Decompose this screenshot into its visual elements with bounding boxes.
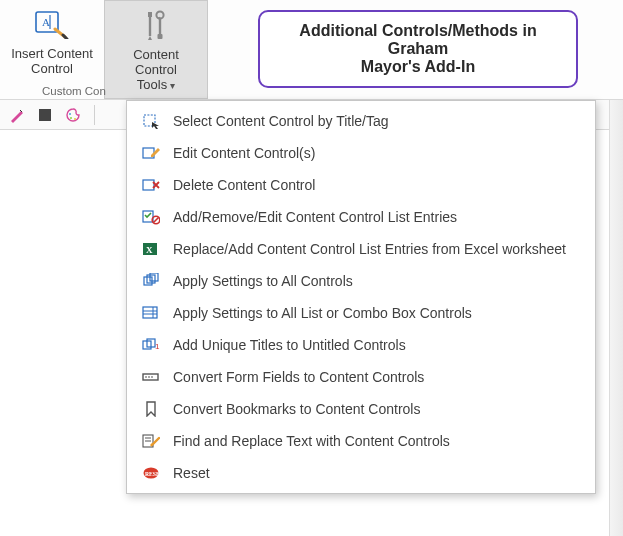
menu-item-unique-titles[interactable]: 1 Add Unique Titles to Untitled Controls (127, 329, 595, 361)
delete-icon (141, 175, 161, 195)
menu-item-convert-bookmarks[interactable]: Convert Bookmarks to Content Controls (127, 393, 595, 425)
svg-rect-3 (148, 12, 152, 17)
select-icon (141, 111, 161, 131)
ribbon-group-label: Custom Con (42, 85, 106, 97)
form-field-icon (141, 367, 161, 387)
svg-point-8 (69, 113, 71, 115)
menu-label: Replace/Add Content Control List Entries… (173, 241, 566, 257)
menu-item-reset[interactable]: RESET Reset (127, 457, 595, 489)
menu-item-convert-form-fields[interactable]: Convert Form Fields to Content Controls (127, 361, 595, 393)
svg-text:X: X (146, 245, 153, 255)
menu-label: Delete Content Control (173, 177, 315, 193)
callout-line1: Additional Controls/Methods in Graham (274, 22, 562, 58)
content-control-tools-button[interactable]: Content Control Tools▾ (104, 0, 208, 99)
svg-rect-29 (143, 374, 158, 380)
callout-line2: Mayor's Add-In (274, 58, 562, 76)
pen-icon[interactable] (8, 106, 26, 124)
menu-label: Select Content Control by Title/Tag (173, 113, 389, 129)
menu-item-apply-list-combo[interactable]: Apply Settings to All List or Combo Box … (127, 297, 595, 329)
find-replace-icon (141, 431, 161, 451)
separator (94, 105, 95, 125)
apply-all-icon (141, 271, 161, 291)
reset-icon: RESET (141, 463, 161, 483)
insert-content-control-label-1: Insert Content (11, 46, 93, 61)
menu-label: Apply Settings to All List or Combo Box … (173, 305, 472, 321)
menu-item-delete[interactable]: Delete Content Control (127, 169, 595, 201)
svg-text:A: A (42, 16, 50, 28)
menu-label: Find and Replace Text with Content Contr… (173, 433, 450, 449)
list-combo-icon (141, 303, 161, 323)
svg-rect-7 (39, 109, 51, 121)
svg-point-10 (74, 118, 76, 120)
svg-point-9 (70, 117, 72, 119)
menu-label: Edit Content Control(s) (173, 145, 315, 161)
menu-item-edit[interactable]: Edit Content Control(s) (127, 137, 595, 169)
content-control-tools-menu: Select Content Control by Title/Tag Edit… (126, 100, 596, 494)
svg-text:RESET: RESET (145, 471, 160, 477)
menu-item-list-entries[interactable]: Add/Remove/Edit Content Control List Ent… (127, 201, 595, 233)
unique-titles-icon: 1 (141, 335, 161, 355)
svg-rect-22 (143, 307, 157, 318)
menu-label: Apply Settings to All Controls (173, 273, 353, 289)
svg-rect-20 (147, 275, 155, 283)
menu-item-find-replace[interactable]: Find and Replace Text with Content Contr… (127, 425, 595, 457)
menu-label: Convert Form Fields to Content Controls (173, 369, 424, 385)
insert-content-control-label-2: Control (31, 61, 73, 76)
content-control-tools-icon (142, 7, 170, 43)
svg-rect-6 (158, 34, 163, 39)
chevron-down-icon: ▾ (170, 80, 175, 91)
insert-content-control-icon: A (35, 6, 69, 42)
bookmark-icon (141, 399, 161, 419)
menu-item-apply-all[interactable]: Apply Settings to All Controls (127, 265, 595, 297)
menu-item-select-by-title[interactable]: Select Content Control by Title/Tag (127, 105, 595, 137)
svg-rect-13 (143, 180, 154, 190)
edit-icon (141, 143, 161, 163)
excel-icon: X (141, 239, 161, 259)
menu-label: Add Unique Titles to Untitled Controls (173, 337, 406, 353)
scrollbar[interactable] (609, 100, 623, 536)
svg-text:1: 1 (155, 342, 160, 351)
content-control-tools-label-1: Content Control (113, 47, 199, 77)
content-control-tools-label-2: Tools▾ (137, 77, 175, 93)
svg-line-16 (154, 218, 159, 223)
list-entries-icon (141, 207, 161, 227)
palette-icon[interactable] (64, 106, 82, 124)
square-icon[interactable] (36, 106, 54, 124)
menu-item-excel-replace[interactable]: X Replace/Add Content Control List Entri… (127, 233, 595, 265)
callout-box: Additional Controls/Methods in Graham Ma… (258, 10, 578, 88)
menu-label: Convert Bookmarks to Content Controls (173, 401, 420, 417)
menu-label: Reset (173, 465, 210, 481)
menu-label: Add/Remove/Edit Content Control List Ent… (173, 209, 457, 225)
